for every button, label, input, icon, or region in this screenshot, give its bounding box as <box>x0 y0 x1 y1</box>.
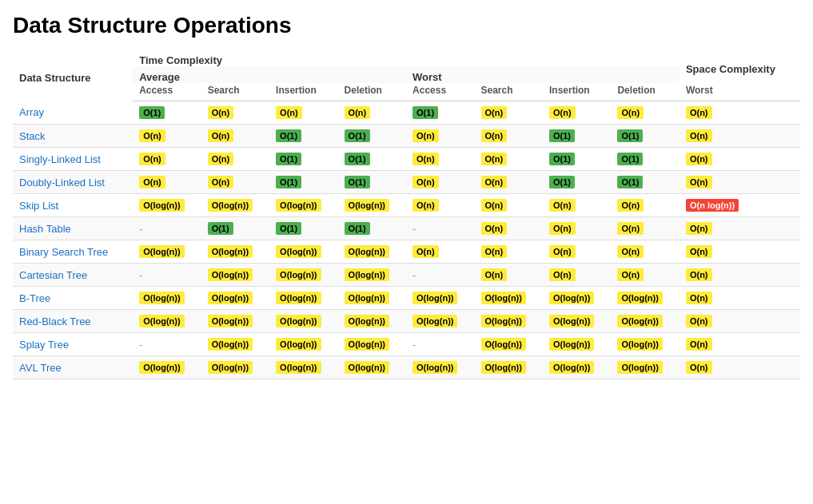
wst-deletion: O(n) <box>611 217 679 240</box>
ds-name[interactable]: Cartesian Tree <box>13 264 133 287</box>
ds-name[interactable]: Hash Table <box>13 217 133 240</box>
ds-link[interactable]: Stack <box>19 130 46 142</box>
table-row: B-Tree O(log(n)) O(log(n)) O(log(n)) O(l… <box>13 287 800 310</box>
ds-name[interactable]: Stack <box>13 125 133 148</box>
complexity-badge: O(n) <box>617 245 644 258</box>
avg-deletion: O(log(n)) <box>338 356 406 379</box>
table-row: Splay Tree - O(log(n)) O(log(n)) O(log(n… <box>13 333 800 356</box>
avg-search: O(n) <box>201 171 269 194</box>
col-time-complexity: Time Complexity <box>133 50 679 66</box>
complexity-badge: O(n) <box>686 361 712 374</box>
space-complexity: O(n) <box>679 101 800 125</box>
table-row: Doubly-Linked List O(n) O(n) O(1) O(1) O… <box>13 171 800 194</box>
complexity-badge: O(n) <box>139 153 165 165</box>
avg-search: O(log(n)) <box>201 287 269 310</box>
col-wst-search: Search <box>475 83 543 101</box>
col-space-worst: Worst <box>679 83 800 101</box>
col-wst-access: Access <box>406 83 474 101</box>
wst-access: - <box>406 333 474 356</box>
avg-access: O(n) <box>133 125 201 148</box>
col-data-structure: Data Structure <box>13 50 133 101</box>
wst-deletion: O(1) <box>611 148 679 171</box>
complexity-badge: O(1) <box>549 176 575 189</box>
ds-name[interactable]: Splay Tree <box>13 333 133 356</box>
complexity-badge: O(log(n)) <box>139 245 184 258</box>
avg-access: - <box>133 333 201 356</box>
wst-insertion: O(log(n)) <box>543 310 611 333</box>
complexity-badge: O(n) <box>345 106 371 119</box>
complexity-badge: O(n) <box>412 199 439 212</box>
complexity-badge: O(1) <box>139 106 165 119</box>
ds-link[interactable]: Binary Search Tree <box>19 246 108 258</box>
wst-search: O(n) <box>475 194 543 217</box>
wst-insertion: O(n) <box>543 194 611 217</box>
complexity-badge: O(n) <box>686 176 712 189</box>
avg-deletion: O(log(n)) <box>338 194 406 217</box>
wst-deletion: O(n) <box>611 264 679 287</box>
dash-value: - <box>139 269 142 281</box>
avg-deletion: O(1) <box>338 217 406 240</box>
ds-name[interactable]: Singly-Linked List <box>13 148 133 171</box>
ds-name[interactable]: Binary Search Tree <box>13 240 133 264</box>
ds-link[interactable]: Skip List <box>19 200 58 212</box>
ds-link[interactable]: B-Tree <box>19 292 50 304</box>
complexity-badge: O(1) <box>345 222 370 235</box>
complexity-badge: O(log(n)) <box>139 315 184 327</box>
complexity-badge: O(n) <box>617 222 644 235</box>
avg-deletion: O(log(n)) <box>338 240 406 264</box>
col-avg-access: Access <box>133 83 201 101</box>
ds-link[interactable]: Hash Table <box>19 223 71 235</box>
wst-deletion: O(n) <box>611 101 679 125</box>
complexity-badge: O(n) <box>686 106 712 119</box>
complexity-badge: O(n) <box>617 199 644 212</box>
ds-name[interactable]: Skip List <box>13 194 133 217</box>
avg-access: O(log(n)) <box>133 194 201 217</box>
ds-link[interactable]: Splay Tree <box>19 339 69 351</box>
avg-search: O(log(n)) <box>201 333 269 356</box>
table-row: Hash Table - O(1) O(1) O(1) - O(n) O(n) … <box>13 217 800 240</box>
wst-access: - <box>406 264 474 287</box>
ds-link[interactable]: AVL Tree <box>19 362 62 374</box>
avg-access: O(log(n)) <box>133 356 201 379</box>
complexity-badge: O(log(n)) <box>276 199 321 212</box>
ds-link[interactable]: Cartesian Tree <box>19 269 87 281</box>
complexity-badge: O(log(n)) <box>345 361 389 374</box>
avg-deletion: O(log(n)) <box>338 287 406 310</box>
complexity-badge: O(log(n)) <box>276 268 321 281</box>
ds-name[interactable]: AVL Tree <box>13 356 133 379</box>
complexity-badge: O(n) <box>686 222 712 235</box>
avg-deletion: O(log(n)) <box>338 264 406 287</box>
complexity-badge: O(log(n)) <box>481 338 526 351</box>
col-average: Average <box>133 66 406 83</box>
ds-link[interactable]: Red-Black Tree <box>19 315 91 327</box>
ds-name[interactable]: B-Tree <box>13 287 133 310</box>
wst-insertion: O(1) <box>543 171 611 194</box>
complexity-badge: O(log(n)) <box>139 199 184 212</box>
complexity-badge: O(n) <box>549 106 576 119</box>
complexity-badge: O(n) <box>208 106 234 119</box>
complexity-badge: O(1) <box>617 129 643 142</box>
complexity-badge: O(log(n)) <box>139 361 184 374</box>
complexity-badge: O(1) <box>345 129 370 142</box>
ds-link[interactable]: Doubly-Linked List <box>19 177 105 189</box>
ds-link[interactable]: Array <box>19 106 44 118</box>
wst-deletion: O(1) <box>611 171 679 194</box>
avg-deletion: O(1) <box>338 125 406 148</box>
complexity-badge: O(log(n)) <box>549 338 594 351</box>
avg-search: O(log(n)) <box>201 194 269 217</box>
ds-link[interactable]: Singly-Linked List <box>19 153 101 165</box>
avg-access: O(1) <box>133 101 201 125</box>
complexity-badge: O(log(n)) <box>276 292 321 304</box>
wst-access: O(n) <box>406 171 474 194</box>
ds-name[interactable]: Array <box>13 101 133 125</box>
table-body: Array O(1) O(n) O(n) O(n) O(1) O(n) O(n)… <box>13 101 800 379</box>
wst-access: O(1) <box>406 101 474 125</box>
avg-access: O(log(n)) <box>133 240 201 264</box>
col-wst-insertion: Insertion <box>543 83 611 101</box>
complexity-badge: O(n) <box>412 176 439 189</box>
ds-name[interactable]: Doubly-Linked List <box>13 171 133 194</box>
complexity-badge: O(n) <box>481 106 508 119</box>
complexity-badge: O(log(n)) <box>412 292 457 304</box>
avg-search: O(1) <box>201 217 269 240</box>
ds-name[interactable]: Red-Black Tree <box>13 310 133 333</box>
